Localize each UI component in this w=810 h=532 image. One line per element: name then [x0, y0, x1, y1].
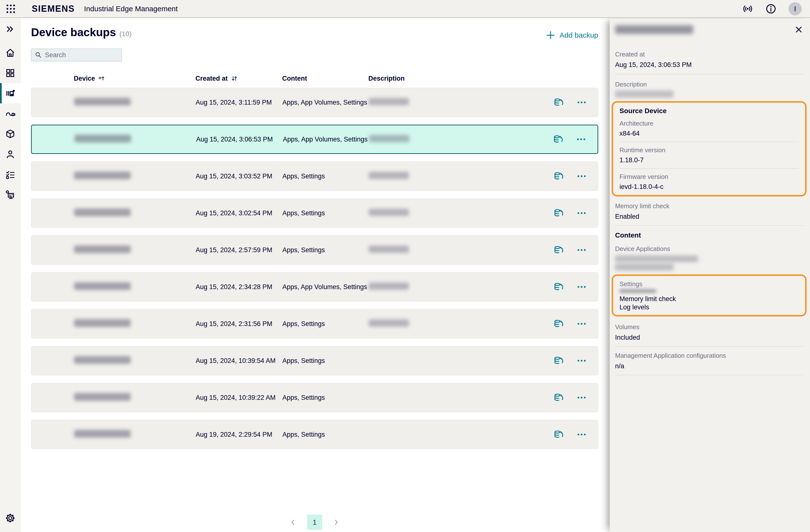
app-title: Industrial Edge Management — [84, 5, 178, 13]
restore-backup-icon[interactable] — [553, 97, 565, 108]
description-value-redacted — [615, 91, 674, 98]
device-name-redacted — [74, 208, 196, 218]
description-cell — [369, 135, 530, 144]
close-icon[interactable] — [794, 25, 804, 34]
more-options-icon[interactable] — [577, 171, 587, 181]
plus-icon — [546, 30, 556, 40]
firmware-version-value: ievd-1.18.0-4-c — [619, 183, 799, 191]
more-options-icon[interactable] — [577, 208, 587, 218]
column-header-description[interactable]: Description — [368, 75, 530, 82]
sidebar-item-settings[interactable] — [0, 508, 20, 528]
restore-backup-icon[interactable] — [553, 208, 565, 219]
table-row[interactable]: Aug 15, 2024, 3:02:54 PMApps, Settings — [31, 198, 598, 228]
description-cell — [369, 246, 530, 255]
sort-device-icon — [98, 75, 105, 82]
row-actions — [530, 208, 598, 219]
column-header-content[interactable]: Content — [282, 75, 368, 82]
info-icon[interactable] — [765, 3, 777, 15]
more-options-icon[interactable] — [577, 392, 587, 403]
content-cell: Apps, Settings — [282, 357, 369, 365]
sidebar-item-users[interactable] — [0, 144, 20, 164]
siemens-logo: SIEMENS — [32, 4, 75, 14]
sidebar-item-tasks[interactable] — [0, 164, 20, 184]
avatar[interactable]: I — [789, 2, 802, 15]
device-name-redacted — [74, 319, 196, 329]
row-actions — [530, 429, 598, 440]
device-name-redacted — [74, 172, 196, 181]
table-body: Aug 15, 2024, 3:11:59 PMApps, App Volume… — [31, 88, 598, 449]
row-actions — [530, 318, 598, 329]
created-at-cell: Aug 15, 2024, 3:06:53 PM — [196, 135, 283, 143]
row-actions — [530, 355, 598, 366]
more-options-icon[interactable] — [577, 429, 587, 440]
table-row[interactable]: Aug 15, 2024, 10:39:22 AMApps, Settings — [31, 383, 598, 412]
sidebar-item-catalog[interactable] — [0, 124, 20, 144]
description-cell — [369, 209, 530, 218]
restore-backup-icon[interactable] — [553, 171, 565, 182]
settings-highlight-box: Settings Memory limit check Log levels — [612, 274, 807, 317]
restore-backup-icon[interactable] — [553, 281, 565, 292]
content-cell: Apps, Settings — [282, 209, 369, 217]
row-actions — [530, 281, 598, 292]
settings-value: Log levels — [619, 303, 799, 311]
table-row[interactable]: Aug 15, 2024, 2:34:28 PMApps, App Volume… — [31, 272, 598, 302]
restore-backup-icon[interactable] — [553, 134, 564, 145]
description-cell — [369, 172, 530, 181]
previous-page-icon[interactable] — [290, 519, 297, 526]
broadcast-icon[interactable] — [742, 3, 753, 14]
restore-backup-icon[interactable] — [553, 429, 565, 440]
device-applications-redacted-line-2 — [615, 264, 674, 271]
memory-limit-check-value: Enabled — [615, 213, 804, 221]
created-at-cell: Aug 15, 2024, 10:39:22 AM — [196, 394, 282, 402]
sidebar-item-device-configuration[interactable] — [0, 184, 20, 205]
architecture-value: x84-64 — [619, 130, 799, 137]
expand-sidebar-icon[interactable] — [0, 19, 20, 39]
description-cell — [369, 283, 530, 292]
table-row[interactable]: Aug 15, 2024, 2:31:56 PMApps, Settings — [31, 309, 598, 338]
more-options-icon[interactable] — [577, 319, 587, 329]
row-actions — [530, 244, 598, 256]
table-row[interactable]: Aug 19, 2024, 2:29:54 PMApps, Settings — [31, 420, 598, 449]
sidebar-item-home[interactable] — [0, 43, 20, 63]
device-applications-label: Device Applications — [615, 245, 804, 253]
table-row[interactable]: Aug 15, 2024, 3:03:52 PMApps, Settings — [31, 162, 598, 191]
sidebar-item-device-backups[interactable] — [0, 83, 20, 103]
more-options-icon[interactable] — [577, 245, 587, 255]
device-name-redacted — [74, 393, 196, 402]
created-at-cell: Aug 19, 2024, 2:29:54 PM — [196, 431, 282, 438]
created-at-label: Created at — [615, 51, 804, 58]
device-name-redacted — [75, 135, 196, 144]
search-input[interactable] — [45, 51, 131, 59]
next-page-icon[interactable] — [333, 519, 340, 526]
more-options-icon[interactable] — [576, 134, 586, 144]
row-actions — [530, 171, 598, 182]
add-backup-button[interactable]: Add backup — [546, 30, 598, 40]
sidebar-item-connections[interactable] — [0, 103, 20, 124]
settings-value: Memory limit check — [619, 295, 799, 303]
table-row[interactable]: Aug 15, 2024, 2:57:59 PMApps, Settings — [31, 235, 598, 265]
more-options-icon[interactable] — [577, 282, 587, 292]
table-row-selected[interactable]: Aug 15, 2024, 3:06:53 PMApps, App Volume… — [31, 125, 598, 154]
more-options-icon[interactable] — [577, 97, 587, 108]
app-launcher-icon[interactable] — [5, 3, 16, 14]
restore-backup-icon[interactable] — [553, 244, 565, 256]
created-at-cell: Aug 15, 2024, 2:31:56 PM — [196, 320, 282, 328]
restore-backup-icon[interactable] — [553, 392, 565, 403]
table-row[interactable]: Aug 15, 2024, 3:11:59 PMApps, App Volume… — [31, 88, 598, 117]
settings-label: Settings — [619, 280, 799, 288]
restore-backup-icon[interactable] — [553, 355, 565, 366]
content-cell: Apps, Settings — [282, 394, 369, 402]
current-page-button[interactable]: 1 — [307, 515, 322, 530]
table-header: Device Created at Content Description — [31, 74, 598, 83]
content-cell: Apps, Settings — [282, 246, 369, 254]
column-header-device[interactable]: Device — [74, 75, 195, 82]
runtime-version-value: 1.18.0-7 — [619, 156, 799, 164]
table-row[interactable]: Aug 15, 2024, 10:39:54 AMApps, Settings — [31, 346, 598, 375]
created-at-cell: Aug 15, 2024, 3:03:52 PM — [196, 173, 282, 180]
backup-detail-panel: Created at Aug 15, 2024, 3:06:53 PM Desc… — [610, 19, 810, 532]
column-header-created-at[interactable]: Created at — [195, 75, 282, 82]
restore-backup-icon[interactable] — [553, 318, 565, 329]
created-at-cell: Aug 15, 2024, 2:57:59 PM — [196, 246, 282, 254]
more-options-icon[interactable] — [577, 356, 587, 366]
sidebar-item-apps[interactable] — [0, 63, 20, 83]
